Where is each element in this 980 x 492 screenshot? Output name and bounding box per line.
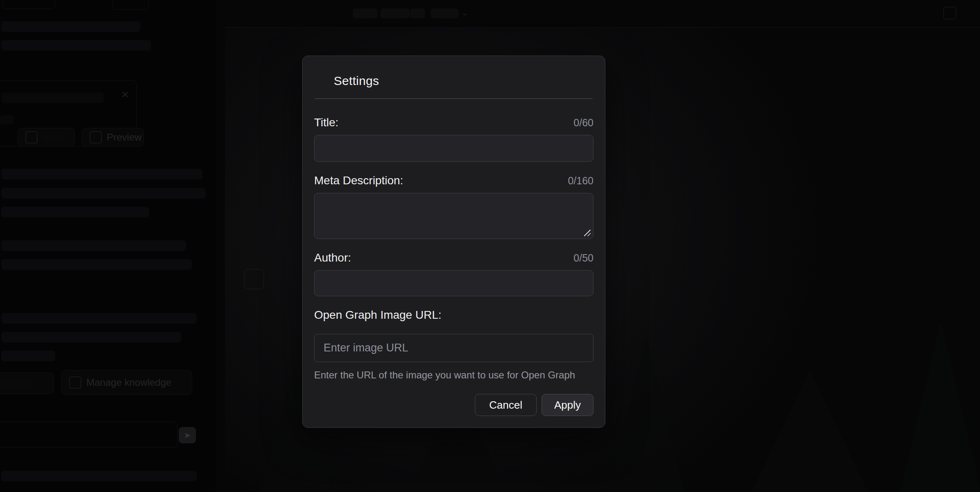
settings-modal: Settings Title: 0/60 Meta Description: 0…: [302, 56, 605, 428]
meta-field-row: Meta Description: 0/160: [314, 174, 593, 187]
meta-description-wrap: [314, 193, 593, 239]
og-image-url-label: Open Graph Image URL:: [314, 309, 593, 322]
author-input[interactable]: [314, 270, 593, 296]
meta-description-textarea[interactable]: [314, 193, 593, 239]
title-input[interactable]: [314, 135, 593, 162]
divider: [315, 98, 593, 99]
author-counter: 0/50: [573, 252, 593, 264]
meta-description-label: Meta Description:: [314, 174, 403, 187]
title-label: Title:: [314, 116, 339, 129]
apply-button[interactable]: Apply: [542, 394, 593, 416]
title-field-row: Title: 0/60: [314, 116, 593, 129]
og-image-url-input[interactable]: [314, 334, 593, 362]
author-label: Author:: [314, 251, 351, 264]
meta-description-counter: 0/160: [568, 175, 593, 187]
modal-title: Settings: [334, 74, 593, 88]
og-image-url-helper: Enter the URL of the image you want to u…: [314, 369, 593, 381]
modal-actions: Cancel Apply: [314, 394, 593, 416]
author-field-row: Author: 0/50: [314, 251, 593, 264]
title-counter: 0/60: [573, 117, 593, 129]
cancel-button[interactable]: Cancel: [475, 394, 537, 416]
